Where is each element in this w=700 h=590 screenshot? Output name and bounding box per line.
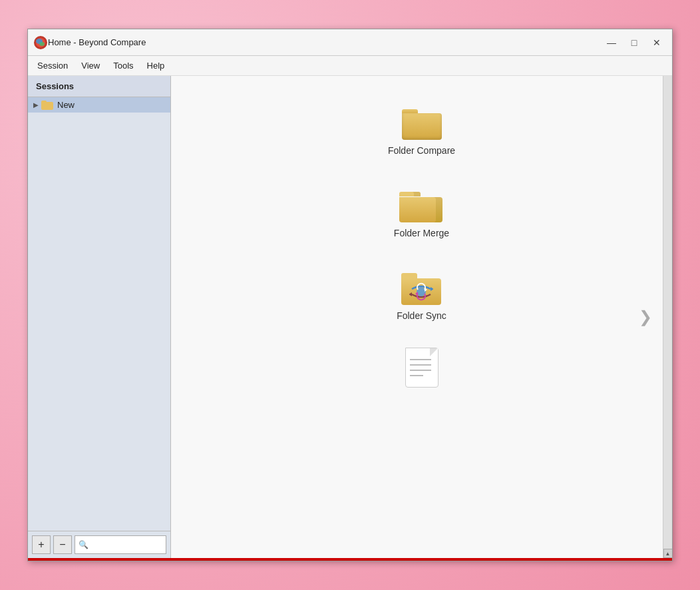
folder-sync-option[interactable]: Folder Sync	[383, 265, 460, 328]
sidebar: Sessions ▶ New + − 🔍	[28, 76, 171, 558]
folder-small-icon	[41, 101, 53, 110]
close-button[interactable]: ✕	[647, 34, 667, 51]
add-session-button[interactable]: +	[32, 535, 51, 554]
menu-view[interactable]: View	[75, 58, 106, 73]
remove-session-button[interactable]: −	[53, 535, 72, 554]
main-area: Sessions ▶ New + − 🔍	[28, 76, 672, 558]
folder-merge-icon	[399, 189, 443, 222]
window-title: Home - Beyond Compare	[48, 37, 602, 47]
svg-point-3	[39, 42, 45, 46]
folder-merge-label: Folder Merge	[394, 228, 449, 238]
sidebar-content: ▶ New	[28, 97, 170, 531]
folder-compare-icon	[402, 109, 442, 140]
folder-compare-label: Folder Compare	[388, 145, 455, 156]
minimize-button[interactable]: —	[602, 34, 621, 51]
menu-session[interactable]: Session	[31, 58, 75, 73]
sidebar-item-label: New	[57, 100, 75, 110]
title-bar: Home - Beyond Compare — □ ✕	[28, 29, 672, 56]
search-container: 🔍	[75, 535, 166, 554]
sync-arrows-icon	[409, 282, 433, 301]
text-compare-icon	[405, 348, 438, 388]
scroll-up-button[interactable]: ▲	[663, 549, 673, 558]
window-controls: — □ ✕	[602, 34, 667, 51]
folder-compare-option[interactable]: Folder Compare	[375, 103, 468, 162]
sidebar-bottom: + − 🔍	[28, 531, 170, 558]
text-compare-option[interactable]	[392, 341, 452, 394]
app-logo-icon	[33, 35, 48, 50]
session-search-input[interactable]	[75, 535, 166, 554]
chevron-right-icon: ▶	[33, 101, 39, 109]
accent-bar	[28, 558, 672, 561]
sidebar-item-new[interactable]: ▶ New	[28, 97, 170, 113]
content-area: Folder Compare Folder Merge	[171, 76, 672, 558]
sidebar-header: Sessions	[28, 76, 170, 97]
svg-marker-5	[409, 292, 412, 296]
folder-sync-icon	[401, 272, 441, 305]
menu-help[interactable]: Help	[140, 58, 172, 73]
content-scroll: Folder Compare Folder Merge	[171, 76, 672, 558]
scrollbar[interactable]: ▲	[663, 76, 672, 558]
svg-marker-8	[415, 292, 418, 296]
maximize-button[interactable]: □	[624, 34, 644, 51]
folder-merge-option[interactable]: Folder Merge	[381, 182, 462, 245]
folder-sync-label: Folder Sync	[397, 310, 446, 321]
svg-marker-4	[431, 287, 433, 291]
svg-marker-7	[425, 288, 427, 292]
menu-tools[interactable]: Tools	[106, 58, 140, 73]
main-window: Home - Beyond Compare — □ ✕ Session View…	[27, 29, 673, 561]
next-chevron-icon[interactable]: ❯	[639, 308, 652, 326]
menu-bar: Session View Tools Help	[28, 56, 672, 76]
